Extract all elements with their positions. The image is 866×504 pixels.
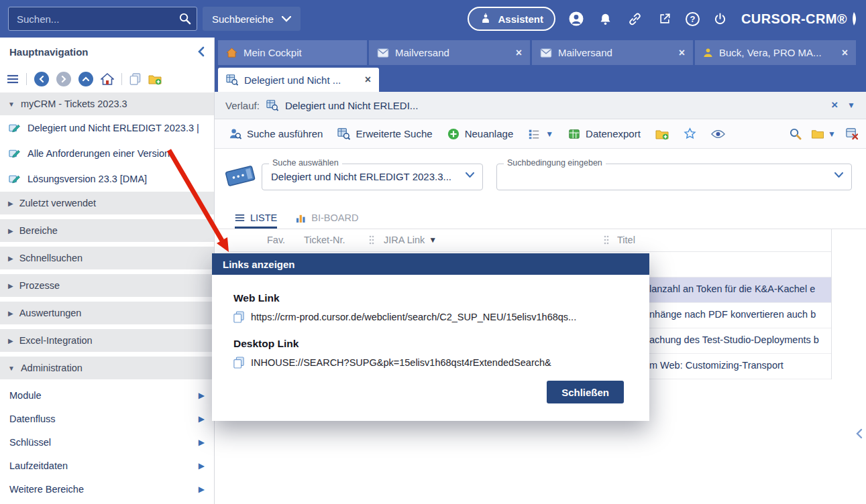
subtab-delegiert[interactable]: Delegiert und Nicht ... × — [218, 68, 379, 92]
run-search-button[interactable]: Suche ausführen — [223, 123, 329, 145]
chevron-down-icon[interactable]: ▼ — [847, 101, 855, 110]
assistant-icon — [480, 13, 492, 25]
nav-back-icon[interactable] — [34, 72, 49, 86]
topbar-actions: Assistent ? CURSOR-CRM® — [468, 7, 858, 31]
link-icon[interactable] — [627, 10, 644, 27]
admin-item-label: Schlüssel — [9, 437, 51, 448]
copy-link-icon[interactable] — [233, 357, 244, 369]
close-tab-icon[interactable]: × — [516, 47, 522, 59]
sidebar-section-auswertungen[interactable]: ▶ Auswertungen — [0, 302, 214, 324]
help-icon[interactable]: ? — [686, 12, 700, 26]
folder-menu-button[interactable]: ▼ — [811, 128, 836, 139]
sidebar-item-delegiert[interactable]: Delegiert und Nicht ERLEDIGT 2023.3 | — [0, 115, 214, 141]
new-record-button[interactable]: Neuanlage — [441, 123, 520, 145]
notifications-bell-icon[interactable] — [597, 10, 614, 27]
assistant-button[interactable]: Assistent — [468, 7, 555, 31]
logout-power-icon[interactable] — [712, 10, 729, 27]
collapse-panel-icon[interactable] — [855, 428, 863, 439]
sidebar-item-anforderungen[interactable]: Alle Anforderungen einer Version — [0, 141, 214, 166]
admin-item-weitere-bereiche[interactable]: Weitere Bereiche ▶ — [0, 477, 214, 501]
sidebar-collapse-icon[interactable] — [197, 46, 205, 57]
triangle-right-icon: ▶ — [8, 255, 13, 262]
zoom-search-icon[interactable] — [789, 127, 802, 140]
tab-mailversand-1[interactable]: Mailversand × — [369, 40, 530, 65]
home-icon[interactable] — [101, 73, 114, 85]
button-label: Suche ausführen — [247, 128, 323, 139]
row-title: m Web: Customizing-Transport — [649, 360, 783, 371]
list-icon — [235, 214, 245, 222]
remove-from-list-icon[interactable] — [845, 127, 858, 140]
column-header-fav[interactable]: Fav. — [267, 235, 285, 245]
drag-handle-icon[interactable] — [369, 235, 374, 245]
sidebar-section-administration[interactable]: ▼ Administration — [0, 357, 214, 379]
admin-item-laufzeitdaten[interactable]: Laufzeitdaten ▶ — [0, 454, 214, 477]
column-header-titel[interactable]: Titel — [617, 235, 635, 245]
search-condition-dropdown[interactable]: Suchbedingung eingeben — [496, 164, 852, 190]
section-label: myCRM - Tickets 2023.3 — [21, 99, 127, 109]
user-profile-icon[interactable] — [567, 10, 585, 27]
subtab-label: Delegiert und Nicht ... — [244, 74, 341, 86]
section-label: Bereiche — [19, 225, 58, 236]
column-header-ticket-nr[interactable]: Ticket-Nr. — [304, 235, 345, 245]
extended-search-button[interactable]: Erweiterte Suche — [331, 123, 438, 145]
triangle-down-icon: ▼ — [8, 101, 15, 108]
open-external-icon[interactable] — [656, 10, 673, 27]
sidebar-section-bereiche[interactable]: ▶ Bereiche — [0, 219, 214, 242]
sidebar-toolbar — [0, 66, 214, 92]
tab-mailversand-2[interactable]: Mailversand × — [532, 40, 693, 65]
admin-item-schluessel[interactable]: Schlüssel ▶ — [0, 430, 214, 454]
tab-buck-vera[interactable]: Buck, Vera, PRO MA... × — [695, 40, 856, 65]
nav-up-icon[interactable] — [78, 72, 93, 86]
sidebar-section-zuletzt[interactable]: ▶ Zuletzt verwendet — [0, 192, 214, 214]
chevron-down-icon[interactable] — [466, 172, 474, 178]
sidebar-section-schnellsuchen[interactable]: ▶ Schnellsuchen — [0, 247, 214, 269]
person-icon — [703, 48, 713, 58]
drag-handle-icon[interactable] — [604, 235, 609, 245]
person-search-icon — [229, 127, 241, 140]
save-search-button[interactable] — [649, 123, 675, 145]
favorite-button[interactable] — [678, 123, 702, 145]
tab-bi-board[interactable]: BI-BOARD — [296, 212, 358, 229]
sidebar-section-mycrm[interactable]: ▼ myCRM - Tickets 2023.3 — [0, 92, 214, 115]
sidebar-item-loesungsversion[interactable]: Lösungsversion 23.3 [DMA] — [0, 166, 214, 192]
web-link-text[interactable]: https://crm-prod.cursor.de/webclient/sea… — [251, 312, 576, 322]
sidebar-section-excel[interactable]: ▶ Excel-Integration — [0, 329, 214, 352]
search-scope-button[interactable]: Suchbereiche — [203, 7, 301, 31]
admin-item-module[interactable]: Module ▶ — [0, 383, 214, 407]
list-properties-button[interactable]: ▼ — [522, 123, 559, 145]
chevron-down-icon[interactable] — [834, 172, 843, 178]
search-edit-icon — [9, 173, 21, 185]
copy-pages-icon[interactable] — [129, 73, 141, 85]
dialog-title-bar[interactable]: Links anzeigen — [212, 253, 649, 275]
close-tab-icon[interactable]: × — [679, 47, 685, 59]
separator — [26, 73, 27, 85]
bar-chart-icon — [296, 213, 306, 223]
search-icon[interactable] — [178, 12, 191, 25]
sidebar-section-prozesse[interactable]: ▶ Prozesse — [0, 274, 214, 297]
menu-hamburger-icon[interactable] — [7, 74, 19, 84]
close-subtab-icon[interactable]: × — [365, 74, 371, 86]
nav-forward-icon[interactable] — [56, 72, 71, 86]
section-label: Schnellsuchen — [19, 253, 83, 263]
desktop-link-text[interactable]: INHOUSE://SEARCH?SUPG&pk=15elisv1h68qst4… — [251, 357, 551, 368]
history-value[interactable]: Delegiert und Nicht ERLEDI... — [285, 100, 418, 111]
links-anzeigen-dialog: Links anzeigen Web Link https://crm-prod… — [212, 253, 649, 421]
search-input[interactable] — [8, 7, 197, 31]
admin-item-datenfluss[interactable]: Datenfluss ▶ — [0, 407, 214, 430]
close-tab-icon[interactable]: × — [842, 47, 848, 59]
tab-liste[interactable]: LISTE — [235, 212, 277, 229]
search-select-dropdown[interactable]: Suche auswählen Delegiert und Nicht ERLE… — [262, 164, 483, 190]
column-header-jira-link[interactable]: JIRA Link ▼ — [384, 235, 437, 245]
tab-mein-cockpit[interactable]: Mein Cockpit — [218, 40, 367, 65]
copy-link-icon[interactable] — [233, 311, 244, 323]
clear-history-icon[interactable]: × — [831, 99, 838, 112]
visibility-button[interactable] — [705, 123, 731, 145]
brand-logo: CURSOR-CRM® — [741, 11, 858, 27]
triangle-right-icon: ▶ — [8, 282, 13, 290]
global-search — [8, 7, 197, 31]
dialog-close-button[interactable]: Schließen — [547, 381, 624, 403]
data-export-button[interactable]: Datenexport — [562, 123, 647, 145]
chevron-down-icon[interactable]: ▼ — [429, 235, 437, 245]
folder-add-icon[interactable] — [148, 73, 162, 85]
view-tabs: LISTE BI-BOARD — [215, 205, 866, 229]
